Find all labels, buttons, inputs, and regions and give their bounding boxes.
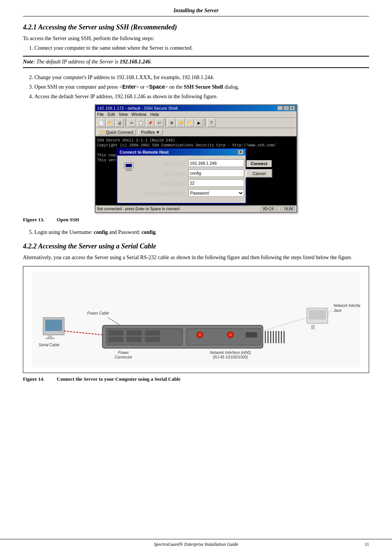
close-btn[interactable]: ✕ [290, 106, 295, 110]
svg-rect-31 [273, 331, 274, 343]
figure-14-caption: Figure 14. Connect the Server to your Co… [23, 376, 369, 382]
tb-terminal[interactable]: ▶ [195, 118, 203, 127]
svg-rect-7 [48, 335, 52, 338]
profiles-arrow: ▼ [156, 130, 160, 135]
tb-print[interactable]: 🖨 [115, 118, 124, 127]
svg-rect-32 [275, 331, 277, 343]
cancel-button[interactable]: Cancel [246, 169, 272, 178]
connect-dialog: Connect to Remote Host ✕ [117, 148, 246, 204]
dialog-close-btn[interactable]: ✕ [238, 150, 243, 154]
page-footer: SpectraGuard® Enterprise Installation Gu… [0, 539, 392, 547]
dialog-titlebar: Connect to Remote Host ✕ [117, 149, 246, 156]
svg-rect-45 [311, 325, 314, 329]
ssh-addressbar: ⚡ Quick Connect Profiles ▼ [96, 128, 296, 136]
tb-cut[interactable]: ✂ [128, 118, 136, 127]
hostname-input[interactable] [188, 159, 244, 167]
ssh-toolbar: 📄 📂 🖨 ✂ 📋 📌 ↩ ⚙ 🔑 📁 ▶ ? [96, 118, 296, 128]
tb-sftp[interactable]: 📁 [186, 118, 194, 127]
svg-rect-2 [127, 169, 130, 170]
svg-rect-34 [281, 331, 282, 343]
ssh-statusbar: Not connected - press Enter or Space to … [96, 205, 296, 212]
tb-paste[interactable]: 📌 [146, 118, 154, 127]
dialog-buttons: Connect Cancel [244, 156, 275, 203]
port-input[interactable] [188, 179, 244, 187]
tb-new[interactable]: 📄 [97, 118, 105, 127]
svg-text:Serial Cable: Serial Cable [39, 343, 60, 347]
dialog-content: Host Name: User Name: Port Number: [117, 156, 246, 203]
svg-rect-44 [309, 310, 326, 320]
profiles-btn[interactable]: Profiles ▼ [138, 129, 163, 135]
svg-text:(RJ-45 10/100/1000): (RJ-45 10/100/1000) [213, 355, 248, 359]
dialog-title: Connect to Remote Host [120, 150, 168, 154]
status-dimensions: 80×24 [261, 206, 275, 211]
svg-rect-16 [108, 330, 123, 336]
svg-rect-17 [108, 337, 123, 342]
svg-rect-21 [145, 337, 160, 342]
svg-rect-3 [126, 170, 132, 171]
section-421-intro: To access the Server using SSH, perform … [23, 34, 369, 42]
svg-point-26 [229, 333, 232, 336]
section-421-title: 4.2.1 Accessing the Server using SSH (Re… [23, 23, 369, 31]
maximize-btn[interactable]: □ [283, 106, 289, 110]
statusbar-right: 80×24 NUM [261, 206, 295, 211]
quick-connect-btn[interactable]: ⚡ Quick Connect [97, 129, 136, 135]
username-input[interactable] [188, 169, 244, 177]
steps-list: Connect your computer to the same subnet… [34, 44, 369, 52]
port-label: Port Number: [139, 181, 188, 185]
ssh-menubar: File Edit View Window Help [96, 111, 296, 118]
svg-rect-1 [126, 164, 132, 167]
section-422-intro: Alternatively, you can access the Server… [23, 253, 369, 261]
menu-file[interactable]: File [97, 112, 104, 117]
tb-copy[interactable]: 📋 [137, 118, 145, 127]
svg-rect-20 [145, 330, 160, 336]
step-1: Connect your computer to the same subnet… [34, 44, 369, 52]
auth-label: Authentication Method: [139, 191, 188, 195]
step-5-list: Login using the Username: config and Pas… [34, 228, 369, 236]
hostname-label: Host Name: [139, 161, 188, 166]
step-4: Access the default Server IP address, 19… [34, 92, 369, 101]
status-scroll [277, 206, 281, 211]
username-label: User Name: [139, 171, 188, 175]
tb-sep1 [125, 119, 126, 127]
tb-sep2 [165, 119, 166, 127]
ssh-window: 192.168.1.172 - default - SSH Secure She… [95, 104, 297, 213]
status-num: NUM [282, 206, 295, 211]
auth-select[interactable]: Password [188, 189, 244, 197]
form-row-auth: Authentication Method: Password [139, 189, 244, 197]
figure-14-box: Serial Cable Power Cable [23, 266, 369, 373]
svg-text:Power Cable: Power Cable [87, 311, 109, 315]
form-row-hostname: Host Name: [139, 159, 244, 167]
page-number: 11 [364, 542, 369, 547]
dialog-form: Host Name: User Name: Port Number: [139, 159, 244, 199]
section-422-title: 4.2.2 Accessing the Server using a Seria… [23, 242, 369, 250]
tb-help[interactable]: ? [207, 118, 215, 127]
svg-point-24 [198, 333, 201, 336]
menu-help[interactable]: Help [150, 112, 159, 117]
dialog-body: Host Name: User Name: Port Number: [117, 156, 244, 203]
svg-rect-6 [45, 320, 62, 331]
ssh-terminal: SSH Secure Shell 3.1.1 (Build 248) Copyr… [96, 136, 296, 205]
header-text: Installing the Server [173, 8, 219, 13]
svg-text:Network Interface (eth0): Network Interface (eth0) [210, 351, 251, 355]
menu-window[interactable]: Window [131, 112, 146, 117]
connect-button[interactable]: Connect [246, 159, 272, 168]
svg-text:Jack: Jack [333, 308, 342, 313]
tb-open[interactable]: 📂 [106, 118, 115, 127]
svg-rect-18 [126, 330, 142, 336]
step-3: Open SSH on your computer and press <Ent… [34, 83, 369, 91]
page-header: Installing the Server [23, 8, 369, 16]
tb-settings[interactable]: ⚙ [167, 118, 176, 127]
menu-edit[interactable]: Edit [108, 112, 115, 117]
svg-rect-29 [267, 331, 269, 343]
minimize-btn[interactable]: _ [277, 106, 283, 110]
svg-rect-33 [278, 331, 279, 343]
tb-undo[interactable]: ↩ [155, 118, 164, 127]
svg-rect-8 [45, 338, 55, 339]
step-5: Login using the Username: config and Pas… [34, 228, 369, 236]
note-box: Note: The default IP address of the Serv… [23, 56, 369, 68]
note-label: Note: The default IP address of the Serv… [23, 59, 152, 65]
menu-view[interactable]: View [119, 112, 128, 117]
svg-rect-28 [265, 331, 266, 343]
tb-keys[interactable]: 🔑 [177, 118, 185, 127]
svg-rect-19 [126, 337, 142, 342]
